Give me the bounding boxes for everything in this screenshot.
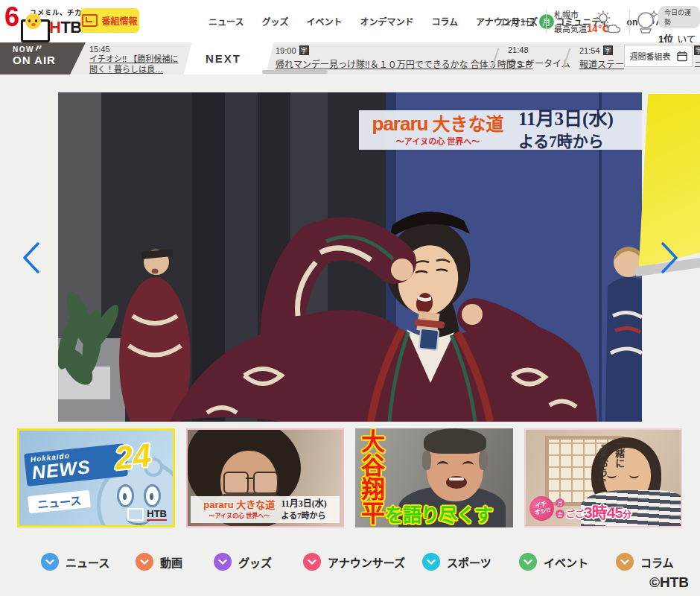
htb-watermark: HTB (127, 508, 167, 521)
current-program-link[interactable]: イチオシ!! 【勝利候補に 聞く！暮らしは良… (89, 54, 186, 75)
next-program-2: 21:48 ウェザータイム (508, 45, 570, 69)
logo-wordmark: HTB (49, 19, 82, 36)
nav-item-column[interactable]: コラム (422, 15, 467, 28)
thumbnail-pararu[interactable]: pararu 大きな道 ～アイヌの心 世界へ～ 11月3日(水) よる7時から (186, 428, 344, 527)
category-sports[interactable]: スポーツ (422, 553, 491, 571)
next-label: NEXT (206, 52, 241, 65)
promo-subtitle: ～アイヌの心 世界へ～ (359, 135, 517, 147)
fortune-badge: 今日の運勢 (658, 6, 700, 28)
category-goods[interactable]: グッズ (214, 553, 272, 571)
next-program-2-title: ウェザータイム (508, 57, 570, 69)
promo-time: よる7時から (518, 129, 614, 151)
portrait-hair (424, 428, 486, 454)
chevron-down-icon (519, 553, 537, 571)
carousel-next-button[interactable] (660, 241, 679, 277)
category-links: ニュース 動画 グッズ アナウンサーズ スポーツ イベント コラム (0, 553, 700, 575)
sun-cloud-icon (595, 10, 623, 37)
promo-title-ja: 大きな道 (432, 114, 503, 134)
day-badge-fri: 金 (556, 510, 564, 519)
weekly-schedule-button[interactable]: 週間番組表 (624, 45, 693, 67)
weather-label: 最高気温 (554, 25, 587, 34)
tv-frame-icon (127, 508, 144, 521)
news24-number: 24 (113, 437, 153, 478)
current-date: 11月1日 (500, 14, 535, 28)
category-event[interactable]: イベント (519, 553, 588, 571)
closed-caption-badge: 字 (694, 45, 700, 55)
category-video[interactable]: 動画 (136, 553, 182, 571)
category-announcers[interactable]: アナウンサーズ (303, 553, 405, 571)
portrait-mouth (446, 476, 467, 489)
onchan-mascot-icon (25, 13, 41, 29)
thumbnail-ohtani[interactable]: 大谷翔平 を語り尽くす (355, 428, 513, 527)
portrait-hair (422, 451, 431, 470)
tv-icon (82, 14, 98, 27)
hero-carousel-slide[interactable]: pararu大きな道 ～アイヌの心 世界へ～ 11月3日(水) よる7時から (58, 92, 642, 422)
onair-ticker: NOW ON AIR 15:45 イチオシ!! 【勝利候補に 聞く！暮らしは良…… (0, 42, 700, 74)
carousel-prev-button[interactable] (21, 241, 40, 277)
chevron-down-icon (303, 553, 321, 571)
portrait-eye (437, 461, 448, 469)
chevron-down-icon (422, 553, 440, 571)
closed-caption-badge: 字 (299, 45, 309, 55)
now-onair-label: NOW ON AIR (0, 42, 89, 74)
nav-item-news[interactable]: ニュース (200, 15, 252, 28)
crystal-ball-icon (635, 9, 659, 39)
closed-caption-badge: 字 (603, 45, 613, 55)
ohtani-vertical-title: 大谷翔平 (359, 429, 383, 524)
promo-date: 11月3日(水) (518, 109, 614, 130)
category-news[interactable]: ニュース (41, 553, 109, 571)
glasses-bridge (246, 478, 253, 479)
day-badge-mon: 月 (556, 498, 564, 507)
promo-title-latin: pararu (372, 112, 428, 135)
ohtani-caption: を語り尽くす (385, 500, 492, 527)
calendar-icon (677, 51, 687, 62)
ichioshi-airtime: ごご3時45分 (566, 500, 631, 522)
glasses-icon (253, 472, 279, 494)
htb-homepage: 6 ユメミル、チカラ HTB 番組情報 ニュース グッズ イベント オンデマンド… (0, 0, 700, 596)
channel-number: 6 (4, 4, 19, 31)
thumbnail-ichioshi[interactable]: 一緒に『笑おう』 イチオシ!! 月 金 ごご3時45分 (524, 428, 682, 527)
current-program-time: 15:45 (89, 45, 186, 54)
thumbnail-news24[interactable]: Hokkaido NEWS 24 ニュース HTB (17, 428, 175, 527)
program-info-button[interactable]: 番組情報 (80, 8, 139, 33)
chevron-down-icon (41, 553, 59, 571)
category-column[interactable]: コラム (616, 553, 674, 571)
nav-item-goods[interactable]: グッズ (252, 15, 297, 28)
portrait-eye (462, 461, 474, 469)
pararu-caption-strip: pararu 大きな道 ～アイヌの心 世界へ～ 11月3日(水) よる7時から (191, 496, 340, 523)
tv-frame-icon (21, 19, 50, 42)
vertical-caption: 一緒に『笑おう』 (594, 439, 627, 487)
program-promo-overlay: pararu大きな道 ～アイヌの心 世界へ～ 11月3日(水) よる7時から (359, 110, 642, 150)
chevron-down-icon (616, 553, 634, 571)
next-program-4: 字 ニ… (694, 45, 700, 70)
next-program-4-title: ニ… (694, 57, 700, 70)
nav-item-ondemand[interactable]: オンデマンド (351, 15, 422, 28)
header-divider (546, 10, 547, 33)
htb-logo[interactable]: 6 ユメミル、チカラ HTB (0, 0, 78, 42)
next-program-3: 21:54 字 報道ステーシ… (579, 45, 624, 70)
chevron-down-icon (136, 553, 153, 571)
current-program: 15:45 イチオシ!! 【勝利候補に 聞く！暮らしは良… (89, 45, 186, 75)
news24-label: ニュース (28, 490, 91, 514)
ticker-scrollbar[interactable] (262, 70, 328, 74)
portrait-eye (629, 472, 639, 478)
header-divider (629, 10, 630, 33)
portrait-hair (479, 451, 488, 470)
nav-item-event[interactable]: イベント (297, 15, 351, 28)
next-program-3-link[interactable]: 報道ステーシ… (579, 57, 624, 70)
copyright-notice: ©HTB (649, 574, 689, 591)
glasses-icon (223, 472, 249, 494)
chevron-down-icon (214, 553, 232, 571)
site-header: 6 ユメミル、チカラ HTB 番組情報 ニュース グッズ イベント オンデマンド… (0, 0, 700, 42)
